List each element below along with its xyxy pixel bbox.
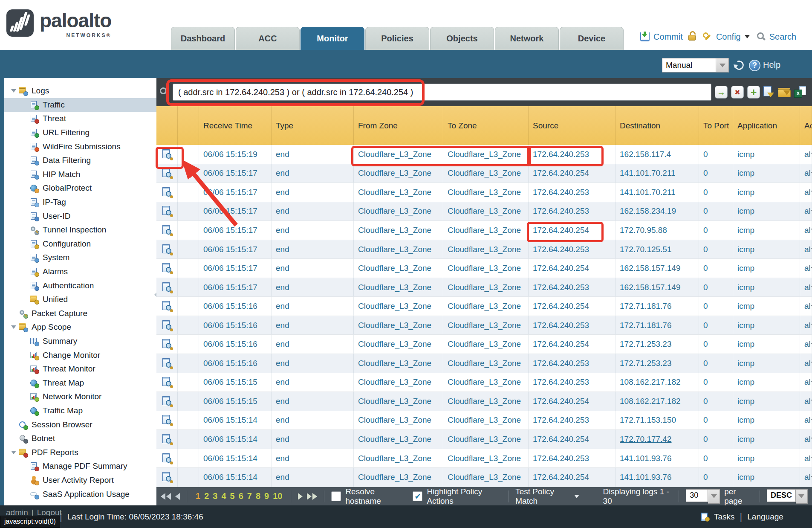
last-page-button[interactable] <box>307 493 317 500</box>
language-button[interactable]: Language <box>747 512 783 522</box>
sidebar-item-wildfire-submissions[interactable]: WildFire Submissions <box>4 139 156 154</box>
sidebar-item-traffic-map[interactable]: Traffic Map <box>4 404 156 418</box>
refresh-interval-select[interactable]: Manual <box>662 58 729 73</box>
log-detail-magnifier-icon[interactable] <box>162 472 172 482</box>
refresh-interval-caret-icon[interactable] <box>716 58 729 73</box>
column-header-application[interactable]: Application <box>733 106 800 145</box>
table-row[interactable]: 06/06 15:15:15endCloudflare_L3_ZoneCloud… <box>156 392 812 411</box>
config-caret-icon[interactable] <box>745 35 750 38</box>
page-number-10[interactable]: 10 <box>273 491 282 501</box>
sidebar-item-ip-tag[interactable]: IP-Tag <box>4 195 156 209</box>
sidebar-item-traffic[interactable]: Traffic <box>4 98 156 112</box>
next-page-button[interactable] <box>298 493 303 500</box>
previous-page-button[interactable] <box>175 493 180 500</box>
sidebar-item-user-id[interactable]: User-ID <box>4 209 156 223</box>
sidebar-item-hip-match[interactable]: HIP Match <box>4 168 156 182</box>
tab-objects[interactable]: Objects <box>430 27 494 50</box>
log-detail-cell[interactable] <box>156 240 178 259</box>
log-detail-cell[interactable] <box>156 202 178 221</box>
sidebar-item-pdf-reports[interactable]: PDF Reports <box>4 445 156 459</box>
log-detail-magnifier-icon[interactable] <box>162 396 172 406</box>
sidebar-item-system[interactable]: System <box>4 251 156 265</box>
sidebar-item-botnet[interactable]: Botnet <box>4 432 156 446</box>
log-detail-cell[interactable] <box>156 278 178 297</box>
log-detail-cell[interactable] <box>156 183 178 202</box>
tasks-button[interactable]: Tasks <box>714 512 735 522</box>
apply-filter-button[interactable] <box>715 86 728 99</box>
log-detail-cell[interactable] <box>156 468 178 487</box>
destination-value[interactable]: 172.70.177.42 <box>620 435 672 444</box>
log-detail-cell[interactable] <box>156 335 178 354</box>
sidebar-item-summary[interactable]: Summary <box>4 334 156 348</box>
load-filter-icon[interactable] <box>778 87 791 98</box>
log-detail-magnifier-icon[interactable] <box>162 168 172 178</box>
log-detail-magnifier-icon[interactable] <box>162 225 172 235</box>
log-detail-magnifier-icon[interactable] <box>162 377 172 387</box>
table-row[interactable]: 06/06 15:15:14endCloudflare_L3_ZoneCloud… <box>156 468 812 487</box>
log-detail-magnifier-icon[interactable] <box>162 415 172 425</box>
sidebar-item-url-filtering[interactable]: URL Filtering <box>4 126 156 140</box>
table-row[interactable]: 06/06 15:15:16endCloudflare_L3_ZoneCloud… <box>156 354 812 373</box>
page-number-4[interactable]: 4 <box>221 491 226 501</box>
sidebar-item-packet-capture[interactable]: Packet Capture <box>4 307 156 321</box>
log-detail-magnifier-icon[interactable] <box>162 149 172 160</box>
first-page-button[interactable] <box>161 493 171 500</box>
table-row[interactable]: 06/06 15:15:17endCloudflare_L3_ZoneCloud… <box>156 221 812 240</box>
page-number-9[interactable]: 9 <box>264 491 269 501</box>
table-row[interactable]: 06/06 15:15:17endCloudflare_L3_ZoneCloud… <box>156 240 812 259</box>
log-detail-cell[interactable] <box>156 145 178 164</box>
sort-order-select[interactable]: DESC <box>767 489 808 504</box>
page-number-1[interactable]: 1 <box>196 491 200 501</box>
tab-dashboard[interactable]: Dashboard <box>171 27 235 50</box>
tab-acc[interactable]: ACC <box>236 27 300 50</box>
sidebar-item-tunnel-inspection[interactable]: Tunnel Inspection <box>4 223 156 237</box>
save-filter-icon[interactable] <box>763 86 774 99</box>
column-header-from-zone[interactable]: From Zone <box>354 106 443 145</box>
column-header-ac[interactable]: Ac <box>800 106 812 145</box>
column-header-to-port[interactable]: To Port <box>699 106 733 145</box>
table-row[interactable]: 06/06 15:15:19endCloudflare_L3_ZoneCloud… <box>156 145 812 164</box>
clear-filter-button[interactable] <box>731 86 744 99</box>
column-header-type[interactable]: Type <box>272 106 354 145</box>
expand-triangle-icon[interactable] <box>11 451 16 454</box>
sidebar-item-manage-pdf-summary[interactable]: Manage PDF Summary <box>4 459 156 473</box>
column-header-source[interactable]: Source <box>529 106 616 145</box>
per-page-select[interactable]: 30 <box>686 489 720 504</box>
config-menu-button[interactable]: Config <box>716 32 741 42</box>
table-row[interactable]: 06/06 15:15:17endCloudflare_L3_ZoneCloud… <box>156 183 812 202</box>
log-detail-magnifier-icon[interactable] <box>162 434 172 444</box>
sidebar-item-threat-monitor[interactable]: Threat Monitor <box>4 362 156 376</box>
page-number-2[interactable]: 2 <box>204 491 209 501</box>
log-detail-magnifier-icon[interactable] <box>162 320 172 331</box>
log-detail-magnifier-icon[interactable] <box>162 301 172 311</box>
help-icon[interactable] <box>749 60 760 71</box>
tab-monitor[interactable]: Monitor <box>301 27 364 50</box>
log-filter-input[interactable] <box>173 84 711 101</box>
sidebar-item-network-monitor[interactable]: Network Monitor <box>4 390 156 404</box>
sidebar-item-app-scope[interactable]: App Scope <box>4 320 156 334</box>
sidebar-item-alarms[interactable]: Alarms <box>4 265 156 279</box>
expand-triangle-icon[interactable] <box>11 89 16 93</box>
add-filter-button[interactable] <box>747 86 760 99</box>
column-header-receive-time[interactable]: Receive Time <box>199 106 272 145</box>
sidebar-item-unified[interactable]: Unified <box>4 293 156 307</box>
commit-button[interactable]: Commit <box>653 32 683 42</box>
log-detail-cell[interactable] <box>156 221 178 240</box>
log-detail-magnifier-icon[interactable] <box>162 282 172 293</box>
log-detail-magnifier-icon[interactable] <box>162 453 172 464</box>
tab-policies[interactable]: Policies <box>365 27 429 50</box>
help-label[interactable]: Help <box>763 60 780 70</box>
table-row[interactable]: 06/06 15:15:16endCloudflare_L3_ZoneCloud… <box>156 316 812 335</box>
log-detail-cell[interactable] <box>156 411 178 430</box>
sidebar-item-threat-map[interactable]: Threat Map <box>4 376 156 390</box>
sort-order-caret-icon[interactable] <box>796 489 808 504</box>
log-detail-magnifier-icon[interactable] <box>162 358 172 368</box>
log-detail-magnifier-icon[interactable] <box>162 206 172 216</box>
table-row[interactable]: 06/06 15:15:15endCloudflare_L3_ZoneCloud… <box>156 373 812 392</box>
page-number-6[interactable]: 6 <box>239 491 243 501</box>
column-header-to-zone[interactable]: To Zone <box>443 106 529 145</box>
table-row[interactable]: 06/06 15:15:14endCloudflare_L3_ZoneCloud… <box>156 430 812 449</box>
tab-device[interactable]: Device <box>560 27 624 50</box>
table-row[interactable]: 06/06 15:15:14endCloudflare_L3_ZoneCloud… <box>156 411 812 430</box>
log-detail-cell[interactable] <box>156 430 178 449</box>
